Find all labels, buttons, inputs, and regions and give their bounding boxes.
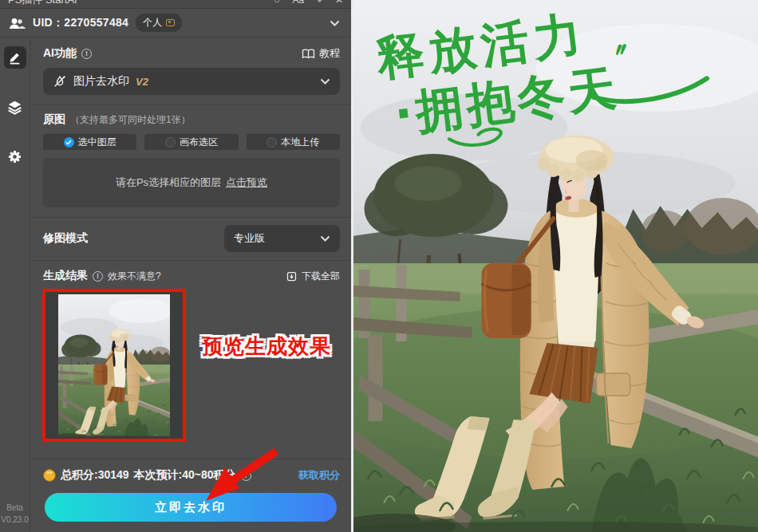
badge-label: 个人	[143, 16, 162, 30]
radio-unchecked-icon	[165, 137, 176, 148]
panel-main: AI功能 ! 教程 图片去水印 V2 原图 （支持最多可同时处理1	[30, 37, 351, 532]
radio-label: 画布选区	[180, 136, 218, 149]
user-icon	[8, 16, 26, 30]
plugin-panel: PS插件 StartAI ○ Aa ⌖ ✕ UID：2270557484 个人	[0, 0, 351, 532]
tutorial-button[interactable]: 教程	[302, 46, 340, 61]
result-area	[30, 283, 351, 459]
book-icon	[302, 48, 315, 60]
get-points-link[interactable]: 获取积分	[298, 468, 340, 483]
account-type-badge: 个人	[136, 14, 182, 32]
download-icon	[286, 270, 298, 282]
feature-select[interactable]: 图片去水印 V2	[43, 68, 340, 95]
canvas-area: 释放活力 ·拥抱冬天 〞	[351, 0, 758, 532]
remove-watermark-button[interactable]: 立即去水印	[45, 493, 337, 522]
result-title: 生成结果	[43, 269, 88, 283]
ai-section-header: AI功能 ! 教程	[30, 46, 351, 61]
mode-label: 修图模式	[43, 231, 88, 246]
coin-icon	[43, 469, 56, 482]
divider	[30, 104, 351, 105]
radio-checked-icon	[64, 137, 74, 148]
source-options: 选中图层 画布选区 本地上传	[43, 134, 340, 150]
picker-hint: 请在Ps选择相应的图层	[116, 175, 221, 190]
radio-label: 选中图层	[78, 136, 116, 149]
source-hint: （支持最多可同时处理1张）	[70, 113, 191, 127]
headline-quote: 〞	[602, 40, 630, 73]
radio-canvas-selection[interactable]: 画布选区	[144, 134, 238, 150]
uid-value: UID：2270557484	[33, 16, 128, 30]
divider	[30, 260, 351, 261]
feedback-link[interactable]: 效果不满意?	[108, 270, 161, 283]
layers-tool-button[interactable]	[4, 96, 26, 118]
divider	[30, 217, 351, 218]
member-badge-icon	[166, 19, 175, 26]
radio-unchecked-icon	[266, 137, 277, 148]
annotation-arrow-icon	[196, 443, 284, 507]
result-highlight-box	[42, 289, 186, 442]
plugin-version: Beta V0.23.0	[0, 502, 30, 526]
pencil-icon	[8, 51, 22, 65]
download-all-button[interactable]: 下载全部	[286, 270, 340, 283]
window-title: PS插件 StartAI	[8, 0, 77, 7]
info-icon[interactable]: !	[93, 271, 103, 282]
annotation-text: 预览生成效果	[202, 333, 331, 361]
source-label: 原图	[43, 112, 65, 127]
download-all-label: 下载全部	[302, 270, 340, 283]
close-icon[interactable]: ✕	[335, 0, 343, 6]
app-window: PS插件 StartAI ○ Aa ⌖ ✕ UID：2270557484 个人	[0, 0, 758, 532]
edit-tool-button[interactable]	[4, 46, 26, 69]
gear-icon	[7, 149, 22, 164]
help-icon[interactable]: ○	[274, 0, 279, 6]
canvas-photo[interactable]: 释放活力 ·拥抱冬天 〞	[353, 0, 758, 532]
layer-picker-zone[interactable]: 请在Ps选择相应的图层 点击预览	[43, 158, 340, 207]
text-tool-icon[interactable]: Aa	[292, 0, 304, 6]
settings-tool-button[interactable]	[4, 145, 26, 167]
points-bar: 总积分:30149 本次预计:40~80积分 ! 获取积分	[30, 459, 351, 491]
mode-select[interactable]: 专业版	[224, 225, 340, 252]
radio-local-upload[interactable]: 本地上传	[247, 134, 340, 150]
window-titlebar: PS插件 StartAI ○ Aa ⌖ ✕	[0, 0, 351, 9]
radio-selected-layer[interactable]: 选中图层	[43, 134, 136, 150]
feature-version: V2	[136, 76, 148, 88]
chevron-down-icon	[320, 235, 330, 242]
tutorial-label: 教程	[319, 46, 340, 61]
pin-icon[interactable]: ⌖	[317, 0, 322, 6]
source-section-header: 原图 （支持最多可同时处理1张）	[30, 112, 351, 127]
account-bar[interactable]: UID：2270557484 个人	[0, 9, 351, 37]
chevron-down-icon[interactable]	[330, 20, 340, 26]
preview-link[interactable]: 点击预览	[226, 175, 267, 190]
generated-thumbnail[interactable]	[58, 294, 170, 436]
mode-section: 修图模式 专业版	[30, 225, 351, 252]
feature-label: 图片去水印	[73, 74, 129, 89]
total-points: 总积分:30149	[61, 468, 129, 483]
tool-sidebar: Beta V0.23.0	[0, 37, 30, 532]
radio-label: 本地上传	[281, 136, 319, 149]
layers-icon	[7, 100, 22, 115]
ai-section-title: AI功能	[43, 46, 77, 61]
remove-watermark-icon	[53, 74, 67, 89]
info-icon[interactable]: !	[81, 49, 92, 59]
mode-value: 专业版	[234, 231, 265, 246]
result-section-header: 生成结果 ! 效果不满意? 下载全部	[30, 269, 351, 283]
chevron-down-icon	[320, 78, 330, 85]
